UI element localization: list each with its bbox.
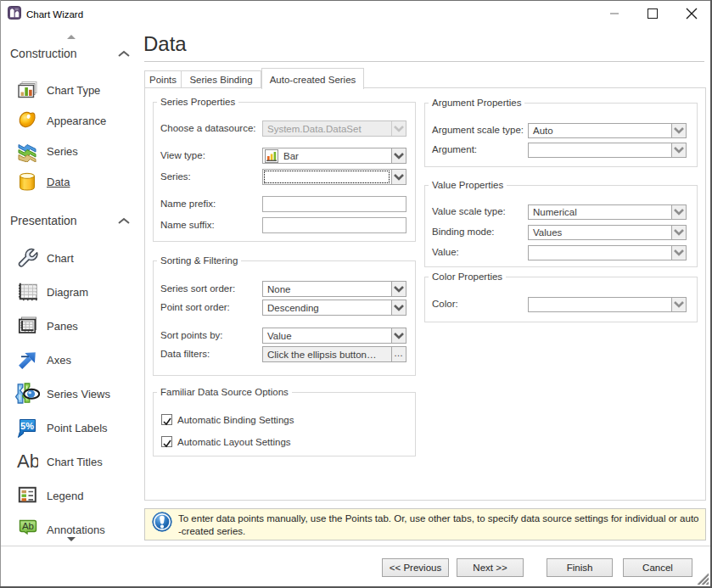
svg-text:Ab: Ab <box>17 451 38 472</box>
svg-text:5%: 5% <box>20 421 34 431</box>
svg-text:Ab: Ab <box>22 521 34 531</box>
